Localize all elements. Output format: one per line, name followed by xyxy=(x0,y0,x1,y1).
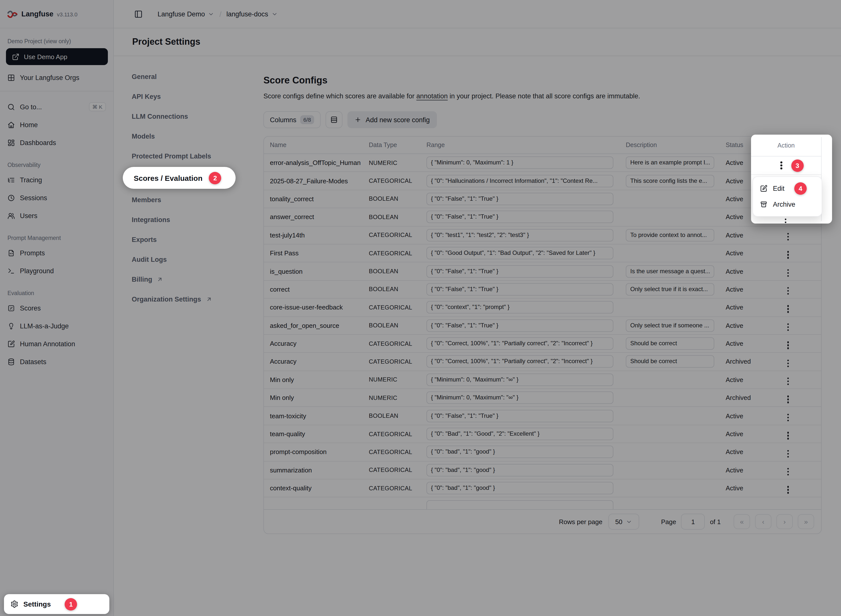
edit-icon xyxy=(760,185,767,192)
edit-label: Edit xyxy=(773,185,785,192)
tutorial-badge-4: 4 xyxy=(794,182,807,195)
menu-item-archive[interactable]: Archive xyxy=(756,196,819,212)
kebab-menu-icon[interactable] xyxy=(779,160,784,172)
action-column-spotlight: Action 3 Edit 4 Archive xyxy=(751,135,832,224)
action-dropdown-menu: Edit 4 Archive xyxy=(753,176,822,217)
tutorial-badge-1: 1 xyxy=(65,598,77,610)
sidebar-footer: Settings 1 xyxy=(4,594,109,614)
action-row-1: 3 xyxy=(751,157,821,175)
archive-label: Archive xyxy=(773,201,795,208)
menu-item-edit[interactable]: Edit 4 xyxy=(756,180,819,196)
tutorial-dim-overlay xyxy=(0,0,841,616)
action-column-header: Action xyxy=(751,135,821,157)
archive-icon xyxy=(760,201,767,208)
app-window: Langfuse v3.113.0 Demo Project (view onl… xyxy=(0,0,841,616)
tutorial-badge-2: 2 xyxy=(209,172,221,184)
settings-nav-item-scores-evaluation[interactable]: Scores / Evaluation2 xyxy=(123,167,235,189)
gear-icon xyxy=(10,600,18,608)
sidebar-item-settings[interactable]: Settings 1 xyxy=(4,594,109,614)
settings-label: Settings xyxy=(24,600,51,608)
settings-nav-label: Scores / Evaluation xyxy=(134,174,203,182)
kebab-menu-icon[interactable] xyxy=(783,217,788,224)
tutorial-badge-3: 3 xyxy=(791,159,803,172)
